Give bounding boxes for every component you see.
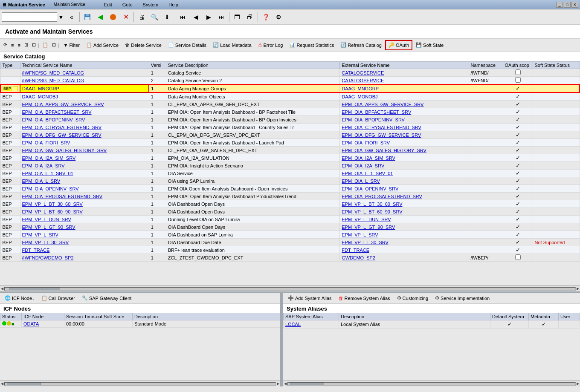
alias-col-user[interactable]: User xyxy=(559,313,580,320)
tech-name-cell[interactable]: EPM_OIA_GW_SALES_HISTORY_SRV xyxy=(20,147,149,154)
tech-name-cell[interactable]: EPM_OIA_APPS_GW_SERVICE_SRV xyxy=(20,101,149,108)
oauth-cell[interactable]: ✓ xyxy=(503,92,533,101)
oauth-cell[interactable]: ✓ xyxy=(503,84,533,92)
ext-name-cell[interactable]: CATALOGSERVICE xyxy=(340,69,469,77)
tech-name-cell[interactable]: DAAG_MONOBJ xyxy=(20,92,149,101)
icf-col-timeout[interactable]: Session Time-out Soft State xyxy=(64,313,133,320)
scroll-track-h[interactable] xyxy=(4,287,576,291)
tech-name-cell[interactable]: /IWFND/SG_MED_CATALOG xyxy=(20,77,149,85)
table-row[interactable]: BEPEPM_OIA_PRODSALESTREND_SRV1EPM OIA: O… xyxy=(0,193,580,200)
table-row[interactable]: BEPEPM_VP_L_GT_90_SRV1OIA DashBoard Open… xyxy=(0,223,580,231)
oauth-cell[interactable]: ✓ xyxy=(503,185,533,193)
transaction-input[interactable] xyxy=(2,12,57,22)
oauth-cell[interactable]: ✓ xyxy=(503,239,533,246)
oauth-cell[interactable]: ✓ xyxy=(503,101,533,108)
oauth-cell[interactable] xyxy=(503,69,533,77)
prev-page-button[interactable]: ◀ xyxy=(190,11,202,23)
load-metadata-button[interactable]: 🔄 Load Metadata xyxy=(210,40,254,50)
icf-table-container[interactable]: Status ICF Node Session Time-out Soft St… xyxy=(0,313,280,380)
ext-name-cell[interactable]: EPM_VP_L_BT_30_60_SRV xyxy=(340,200,469,208)
col-type[interactable]: Type xyxy=(0,62,20,69)
oauth-cell[interactable]: ✓ xyxy=(503,139,533,147)
table-row[interactable]: BEPEPM_VP_LT_30_SRV1OIA Dashboard Due Da… xyxy=(0,239,580,246)
service-details-button[interactable]: 📄 Service Details xyxy=(165,40,209,50)
icf-col-desc[interactable]: Description xyxy=(133,313,280,320)
maximize-button[interactable]: □ xyxy=(564,2,571,8)
delete-service-button[interactable]: 🗑 Delete Service xyxy=(122,40,165,50)
ext-name-cell[interactable]: EPM_VP_L_GT_90_SRV xyxy=(340,223,469,231)
save-button[interactable] xyxy=(81,11,93,23)
col-oauth[interactable]: OAuth scop xyxy=(503,62,533,69)
error-log-button[interactable]: ⚠ Error Log xyxy=(255,40,286,50)
table-row[interactable]: BEPEPM_VP_L_BT_60_90_SRV1OIA Dashboard O… xyxy=(0,208,580,216)
settings-button[interactable]: ⚙ xyxy=(273,11,284,23)
table-row[interactable]: BEPEPM_VP_L_SRV1OIA Dashboard on SAP Lum… xyxy=(0,231,580,239)
print-button[interactable]: 🖨 xyxy=(136,11,148,23)
tech-name-cell[interactable]: EPM_VP_L_GT_90_SRV xyxy=(20,223,149,231)
toolbar-icon-2[interactable]: ≡ xyxy=(9,40,15,50)
help-button[interactable]: ❓ xyxy=(260,11,272,23)
ext-name-cell[interactable]: FDT_TRACE xyxy=(340,246,469,254)
table-row[interactable]: ■ ODATA 00:00:00 Standard Mode xyxy=(0,320,280,328)
call-browser-button[interactable]: 📋 Call Browser xyxy=(38,293,78,303)
oauth-cell[interactable]: ✓ xyxy=(503,131,533,139)
catalog-table-container[interactable]: Type Technical Service Name Versi Servic… xyxy=(0,61,580,285)
table-row[interactable]: BEPEPM_OIA_I2A_SIM_SRV1EPM_OIA_I2A_SIMUL… xyxy=(0,154,580,162)
table-row[interactable]: LOCAL Local System Alias ✓ ✓ xyxy=(284,320,580,329)
table-row[interactable]: /IWFND/SG_MED_CATALOG1Catalog ServiceCAT… xyxy=(0,69,580,77)
tech-name-cell[interactable]: EPM_OIA_CTRYSALESTREND_SRV xyxy=(20,124,149,131)
alias-col-name[interactable]: SAP System Alias xyxy=(284,313,339,320)
tech-name-cell[interactable]: /IWFND/GWDEMO_SP2 xyxy=(20,254,149,262)
table-row[interactable]: BEPEPM_OIA_OPENINV_SRV1EPM OIA:Open Item… xyxy=(0,185,580,193)
col-description[interactable]: Service Description xyxy=(166,62,339,69)
ext-name-cell[interactable]: EPM_OIA_APPS_GW_SERVICE_SRV xyxy=(340,101,469,108)
ext-name-cell[interactable]: EPM_OIA_BPOPENINV_SRV xyxy=(340,116,469,124)
oauth-cell[interactable]: ✓ xyxy=(503,223,533,231)
tech-name-cell[interactable]: FDT_TRACE xyxy=(20,246,149,254)
table-row[interactable]: BEPEPM_OIA_APPS_GW_SERVICE_SRV1CL_EPM_OI… xyxy=(0,101,580,108)
refresh-catalog-button[interactable]: 🔃 Refresh Catalog xyxy=(337,40,385,50)
icf-scroll-thumb[interactable] xyxy=(7,383,41,385)
toolbar-icon-3[interactable]: ≡ xyxy=(16,40,22,50)
table-row[interactable]: BEPEPM_OIA_BPOPENINV_SRV1EPM OIA: Open I… xyxy=(0,116,580,124)
oauth-cell[interactable]: ✓ xyxy=(503,200,533,208)
oauth-cell[interactable]: ✓ xyxy=(503,108,533,116)
icf-col-status[interactable]: Status xyxy=(0,313,22,320)
tech-name-cell[interactable]: EPM_OIA_DFG_GW_SERVICE_SRV xyxy=(20,131,149,139)
table-row[interactable]: BEPEPM_OIA_L_SRV1OIA using SAP LumiraEPM… xyxy=(0,177,580,185)
table-row[interactable]: BEP DAAG_MNGGRP1Data Aging Manage Groups… xyxy=(0,84,580,92)
tech-name-cell[interactable]: EPM_OIA_OPENINV_SRV xyxy=(20,185,149,193)
tech-name-cell[interactable]: EPM_OIA_PRODSALESTREND_SRV xyxy=(20,193,149,200)
dropdown-arrow[interactable]: ▼ xyxy=(57,11,65,23)
icf-scrollbar-h[interactable]: ◀ ▶ xyxy=(0,380,280,386)
table-row[interactable]: BEPEPM_OIA_GW_SALES_HISTORY_SRV1CL_EPM_O… xyxy=(0,147,580,154)
ext-name-cell[interactable]: CATALOGSERVICE xyxy=(340,77,469,85)
oauth-cell[interactable]: ✓ xyxy=(503,231,533,239)
soft-state-button[interactable]: 💾 Soft State xyxy=(413,40,447,50)
tech-name-cell[interactable]: EPM_VP_L_BT_30_60_SRV xyxy=(20,200,149,208)
oauth-button[interactable]: 🔑 OAuth xyxy=(385,40,412,50)
col-version[interactable]: Versi xyxy=(149,62,166,69)
oauth-cell[interactable]: ✓ xyxy=(503,246,533,254)
find-button[interactable]: 🔍 xyxy=(148,11,160,23)
ext-name-cell[interactable]: EPM_VP_LT_30_SRV xyxy=(340,239,469,246)
alias-scroll-right[interactable]: ▶ xyxy=(577,382,579,386)
oauth-cell[interactable] xyxy=(503,77,533,85)
menu-goto[interactable]: Goto xyxy=(121,1,134,8)
oauth-cell[interactable]: ✓ xyxy=(503,208,533,216)
table-row[interactable]: BEPEPM_OIA_I2A_SRV1EPM OIA: Insight to A… xyxy=(0,162,580,170)
sap-gateway-client-button[interactable]: 🔧 SAP Gateway Client xyxy=(79,293,134,303)
tech-name-cell[interactable]: EPM_OIA_BPFACTSHEET_SRV xyxy=(20,108,149,116)
remove-system-alias-button[interactable]: 🗑 Remove System Alias xyxy=(336,293,393,303)
forward-button[interactable] xyxy=(107,11,119,23)
next-page-button[interactable]: ▶ xyxy=(203,11,215,23)
table-row[interactable]: BEPEPM_OIA_BPFACTSHEET_SRV1EPM OIA: Open… xyxy=(0,108,580,116)
add-system-alias-button[interactable]: ➕ Add System Alias xyxy=(285,293,335,303)
table-row[interactable]: BEPDAAG_MONOBJ1Data Aging Monitor Object… xyxy=(0,92,580,101)
filter-button[interactable]: ▼ Filter xyxy=(61,40,83,50)
toolbar-icon-6[interactable]: 📋 xyxy=(41,40,50,50)
tech-name-cell[interactable]: EPM_OIA_BPOPENINV_SRV xyxy=(20,116,149,124)
oauth-cell[interactable]: ✓ xyxy=(503,216,533,223)
table-row[interactable]: BEP/IWFND/GWDEMO_SP21ZCL_ZTEST_GWDEMO_DP… xyxy=(0,254,580,262)
scroll-thumb-h[interactable] xyxy=(9,288,60,290)
